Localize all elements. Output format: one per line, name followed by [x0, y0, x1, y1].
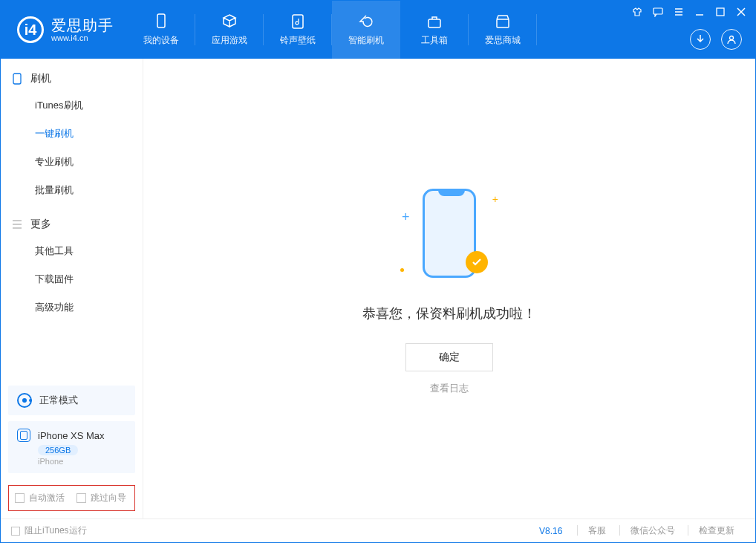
checkbox-label: 阻止iTunes运行 [25, 524, 87, 537]
footer: 阻止iTunes运行 V8.16 客服 微信公众号 检查更新 [1, 518, 755, 542]
nav-my-device[interactable]: 我的设备 [127, 1, 195, 59]
nav-apps-games[interactable]: 应用游戏 [195, 1, 264, 59]
version-label: V8.16 [539, 526, 562, 536]
svg-rect-5 [654, 8, 662, 14]
device-type: iPhone [38, 457, 126, 466]
success-message: 恭喜您，保资料刷机成功啦！ [362, 305, 536, 322]
mode-card[interactable]: 正常模式 [8, 386, 135, 415]
app-name-cn: 爱思助手 [51, 17, 114, 33]
footer-links: 客服 微信公众号 检查更新 [577, 524, 745, 537]
device-icon [152, 13, 170, 30]
sidebar-group-flash: 刷机 [1, 59, 143, 91]
checkbox-stop-itunes[interactable]: 阻止iTunes运行 [11, 524, 87, 537]
window-controls [630, 5, 748, 19]
sidebar-group-title: 更多 [30, 218, 51, 231]
sparkle-icon: + [492, 193, 498, 205]
svg-rect-3 [497, 19, 509, 27]
device-phone-icon [17, 429, 30, 442]
logo[interactable]: i4 爱思助手 www.i4.cn [1, 16, 127, 43]
phone-outline-icon [11, 73, 23, 85]
sidebar-group-more: 更多 [1, 204, 143, 237]
view-log-link[interactable]: 查看日志 [430, 382, 469, 395]
checkbox-icon [15, 493, 25, 503]
app-name-en: www.i4.cn [51, 33, 114, 42]
sidebar-item-batch-flash[interactable]: 批量刷机 [1, 176, 143, 204]
feedback-icon[interactable] [651, 5, 665, 19]
list-icon [11, 218, 23, 230]
nav-label: 智能刷机 [348, 34, 384, 47]
sidebar-item-download-firmware[interactable]: 下载固件 [1, 265, 143, 293]
svg-rect-6 [717, 8, 724, 16]
menu-icon[interactable] [672, 5, 685, 19]
success-illustration: + + [397, 183, 501, 287]
skin-icon[interactable] [630, 5, 644, 19]
checkbox-label: 自动激活 [29, 492, 65, 504]
checkbox-icon [11, 527, 20, 536]
close-button[interactable] [734, 5, 748, 19]
svg-rect-7 [13, 74, 21, 84]
nav-label: 工具箱 [421, 34, 448, 47]
nav-label: 我的设备 [143, 34, 179, 47]
header-action-icons [690, 29, 742, 50]
logo-icon: i4 [17, 16, 44, 43]
sidebar-item-pro-flash[interactable]: 专业刷机 [1, 148, 143, 176]
maximize-button[interactable] [714, 5, 727, 19]
mode-label: 正常模式 [39, 394, 78, 407]
footer-link-update[interactable]: 检查更新 [688, 525, 745, 536]
checkmark-badge-icon [466, 251, 488, 273]
store-icon [494, 13, 512, 30]
download-button[interactable] [690, 29, 711, 50]
nav-label: 爱思商城 [485, 34, 521, 47]
top-nav: 我的设备 应用游戏 铃声壁纸 智能刷机 工具箱 爱思商城 [127, 1, 537, 59]
nav-toolbox[interactable]: 工具箱 [400, 1, 469, 59]
cube-icon [221, 13, 238, 30]
ok-button[interactable]: 确定 [405, 343, 493, 371]
svg-rect-0 [157, 14, 165, 27]
svg-rect-2 [428, 19, 440, 27]
footer-link-wechat[interactable]: 微信公众号 [619, 525, 685, 536]
options-highlight-box: 自动激活 跳过向导 [8, 485, 135, 511]
footer-link-service[interactable]: 客服 [577, 525, 616, 536]
sidebar: 刷机 iTunes刷机 一键刷机 专业刷机 批量刷机 更多 其他工具 下载固件 … [1, 59, 143, 518]
refresh-icon [357, 13, 375, 30]
device-card[interactable]: iPhone XS Max 256GB iPhone [8, 421, 135, 473]
checkbox-label: 跳过向导 [91, 492, 126, 504]
user-button[interactable] [721, 29, 742, 50]
sidebar-item-onekey-flash[interactable]: 一键刷机 [1, 120, 143, 148]
sidebar-item-other-tools[interactable]: 其他工具 [1, 237, 143, 265]
toolbox-icon [426, 13, 443, 30]
nav-smart-flash[interactable]: 智能刷机 [332, 1, 400, 59]
checkbox-auto-activate[interactable]: 自动激活 [15, 492, 65, 504]
download-icon [695, 34, 706, 45]
main-content: + + 恭喜您，保资料刷机成功啦！ 确定 查看日志 [143, 59, 755, 518]
sidebar-item-itunes-flash[interactable]: iTunes刷机 [1, 91, 143, 120]
svg-point-4 [730, 36, 734, 40]
nav-label: 应用游戏 [212, 34, 247, 47]
sparkle-icon: + [402, 209, 410, 225]
mode-icon [17, 393, 32, 408]
sidebar-item-advanced[interactable]: 高级功能 [1, 293, 143, 322]
checkbox-icon [76, 493, 86, 503]
checkbox-skip-guide[interactable]: 跳过向导 [76, 492, 126, 504]
sidebar-group-title: 刷机 [30, 72, 51, 85]
app-header: i4 爱思助手 www.i4.cn 我的设备 应用游戏 铃声壁纸 智能刷机 工具… [1, 1, 755, 59]
device-name: iPhone XS Max [38, 430, 105, 441]
device-storage-badge: 256GB [38, 445, 78, 455]
minimize-button[interactable] [693, 5, 706, 19]
nav-store[interactable]: 爱思商城 [469, 1, 537, 59]
sparkle-dot-icon [400, 268, 404, 272]
music-icon [289, 13, 307, 30]
nav-label: 铃声壁纸 [280, 34, 316, 47]
nav-ringtone-wallpaper[interactable]: 铃声壁纸 [264, 1, 332, 59]
user-icon [726, 34, 737, 45]
